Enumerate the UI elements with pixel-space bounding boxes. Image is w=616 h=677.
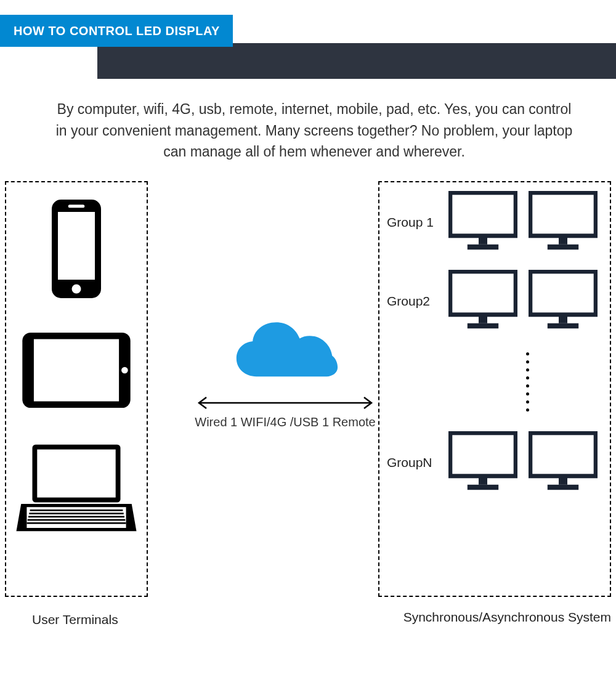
svg-rect-28 [479,477,487,484]
svg-rect-12 [28,516,124,517]
diagram: Group 1 Group2 [0,181,616,637]
svg-rect-17 [468,244,498,249]
svg-rect-30 [530,432,596,476]
svg-rect-16 [479,237,487,244]
display-system-box: Group 1 Group2 [378,181,611,597]
monitor-icon [448,431,517,494]
smartphone-icon [46,197,107,303]
svg-rect-13 [28,519,126,521]
svg-rect-21 [450,271,516,314]
svg-rect-18 [530,192,596,235]
svg-rect-22 [479,316,487,323]
svg-rect-27 [450,432,516,476]
svg-point-2 [72,284,81,293]
display-system-caption: Synchronous/Asynchronous System [403,610,611,625]
svg-rect-23 [468,323,498,328]
ellipsis-dots [387,352,602,411]
group-row: Group2 [387,270,602,333]
laptop-icon [16,440,137,538]
svg-rect-19 [559,237,567,244]
user-terminals-box [5,181,148,597]
monitor-icon [529,431,598,494]
cloud-icon [231,317,339,389]
bidirectional-arrow-icon [192,395,378,410]
svg-rect-20 [548,244,578,249]
svg-rect-5 [34,339,119,401]
group-label: Group 1 [387,215,441,230]
svg-rect-15 [450,192,516,235]
description-text: By computer, wifi, 4G, usb, remote, inte… [0,74,616,181]
svg-rect-11 [29,513,123,514]
group-row: GroupN [387,431,602,494]
svg-point-6 [121,367,128,373]
svg-rect-29 [468,484,498,489]
monitor-icon [529,191,598,254]
svg-rect-10 [30,509,123,511]
user-terminals-caption: User Terminals [32,612,118,627]
header-banner: HOW TO CONTROL LED DISPLAY [0,15,233,47]
svg-rect-26 [548,323,578,328]
group-label: Group2 [387,294,441,309]
group-label: GroupN [387,455,441,470]
group-row: Group 1 [387,191,602,254]
svg-rect-31 [559,477,567,484]
svg-rect-3 [68,205,85,208]
connection-label: Wired 1 WIFI/4G /USB 1 Remote [192,415,378,429]
svg-rect-8 [37,449,115,497]
tablet-icon [19,329,134,414]
svg-rect-25 [559,316,567,323]
svg-rect-32 [548,484,578,489]
cloud-connection: Wired 1 WIFI/4G /USB 1 Remote [192,317,378,429]
svg-rect-1 [58,212,95,280]
monitor-icon [529,270,598,333]
monitor-icon [448,270,517,333]
header-dark-bar [97,43,616,79]
svg-rect-24 [530,271,596,314]
svg-rect-14 [26,522,126,524]
monitor-icon [448,191,517,254]
